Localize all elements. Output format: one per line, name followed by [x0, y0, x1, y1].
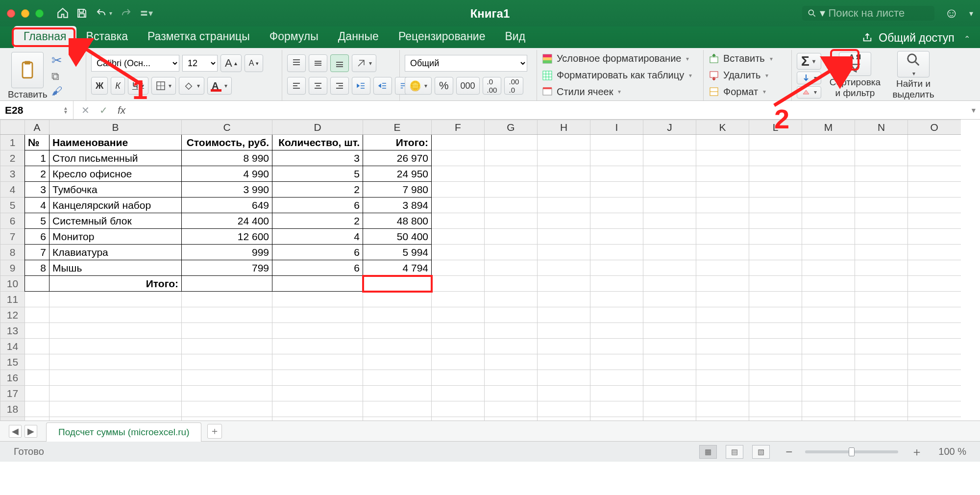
cell[interactable] [485, 229, 538, 245]
cell[interactable] [49, 307, 182, 323]
decrease-indent-button[interactable] [352, 77, 370, 95]
column-header[interactable]: L [749, 120, 802, 135]
row-header[interactable]: 12 [0, 307, 25, 323]
column-header[interactable]: O [908, 120, 961, 135]
cell[interactable] [363, 401, 432, 417]
select-all-corner[interactable] [0, 120, 25, 135]
cell[interactable] [643, 135, 696, 150]
cell[interactable] [363, 386, 432, 401]
cell[interactable] [485, 150, 538, 166]
cell[interactable] [908, 213, 961, 229]
cell[interactable] [432, 276, 485, 292]
cell[interactable] [432, 135, 485, 150]
cell[interactable] [590, 401, 643, 417]
cell[interactable] [749, 323, 802, 339]
cell[interactable] [182, 276, 272, 292]
tab-data[interactable]: Данные [328, 26, 389, 48]
cell[interactable] [25, 307, 49, 323]
cell[interactable]: Монитор [49, 229, 182, 245]
font-size-select[interactable]: 12 [182, 55, 218, 72]
minimize-window-button[interactable] [21, 9, 29, 18]
cell[interactable]: 4 990 [182, 166, 272, 182]
cell[interactable] [25, 276, 49, 292]
cell[interactable] [590, 417, 643, 421]
cell[interactable] [182, 401, 272, 417]
expand-formula-bar[interactable]: ▼ [967, 106, 980, 114]
currency-button[interactable]: 🪙▾ [405, 77, 432, 95]
orientation-button[interactable]: ▾ [352, 54, 376, 72]
cell[interactable] [432, 229, 485, 245]
cell[interactable] [49, 386, 182, 401]
cell[interactable]: 4 [272, 229, 363, 245]
cell[interactable] [696, 370, 749, 386]
cell[interactable] [485, 354, 538, 370]
cell[interactable]: Канцелярский набор [49, 198, 182, 213]
cell[interactable] [908, 229, 961, 245]
autosum-button[interactable]: Σ▾ [797, 53, 821, 70]
align-middle-button[interactable] [309, 54, 327, 72]
format-painter-icon[interactable]: 🖌 [51, 85, 62, 98]
cell[interactable] [908, 323, 961, 339]
cell[interactable] [802, 245, 855, 260]
cell[interactable] [363, 417, 432, 421]
cell[interactable] [696, 339, 749, 354]
add-sheet-button[interactable]: ＋ [207, 424, 222, 439]
undo-icon[interactable]: ▾ [95, 7, 112, 19]
column-header[interactable]: C [182, 120, 272, 135]
cell[interactable] [855, 260, 908, 276]
borders-button[interactable]: ▾ [151, 77, 176, 95]
cell[interactable] [25, 339, 49, 354]
cell[interactable] [643, 354, 696, 370]
cell[interactable]: Мышь [49, 260, 182, 276]
cell[interactable]: 649 [182, 198, 272, 213]
cell[interactable] [538, 260, 590, 276]
cell[interactable] [49, 417, 182, 421]
cell[interactable] [25, 323, 49, 339]
cell[interactable] [802, 276, 855, 292]
column-header[interactable]: M [802, 120, 855, 135]
zoom-out-button[interactable]: − [785, 445, 792, 459]
cell[interactable] [485, 182, 538, 198]
cell[interactable] [590, 198, 643, 213]
row-header[interactable]: 8 [0, 245, 25, 260]
cell[interactable] [908, 354, 961, 370]
cell[interactable] [749, 276, 802, 292]
cell[interactable] [802, 260, 855, 276]
cell[interactable] [696, 150, 749, 166]
cancel-formula-icon[interactable]: ✕ [81, 104, 90, 116]
cell[interactable] [272, 276, 363, 292]
bold-button[interactable]: Ж [91, 77, 108, 95]
cell[interactable] [855, 307, 908, 323]
fill-button[interactable]: ▾ [797, 72, 821, 84]
delete-cells-button[interactable]: Удалить▾ [709, 69, 786, 82]
cell[interactable] [855, 417, 908, 421]
cell[interactable] [590, 323, 643, 339]
row-header[interactable]: 9 [0, 260, 25, 276]
spreadsheet[interactable]: ABCDEFGHIJKLMNO1№НаименованиеСтоимость, … [0, 120, 980, 421]
tab-review[interactable]: Рецензирование [389, 26, 495, 48]
cell[interactable] [643, 307, 696, 323]
cell[interactable] [802, 166, 855, 182]
cell[interactable] [696, 198, 749, 213]
row-header[interactable]: 15 [0, 354, 25, 370]
cell[interactable] [696, 229, 749, 245]
cell[interactable] [538, 245, 590, 260]
cell[interactable] [182, 354, 272, 370]
cell[interactable] [749, 417, 802, 421]
cell[interactable] [696, 323, 749, 339]
cell[interactable] [908, 370, 961, 386]
cell[interactable] [432, 198, 485, 213]
cell[interactable] [363, 276, 432, 292]
cell[interactable] [749, 150, 802, 166]
cell[interactable] [749, 182, 802, 198]
cell[interactable] [855, 276, 908, 292]
cell[interactable] [590, 182, 643, 198]
cell[interactable] [432, 417, 485, 421]
cell[interactable] [432, 339, 485, 354]
cell[interactable] [802, 307, 855, 323]
cell[interactable]: 2 [272, 182, 363, 198]
cell[interactable] [749, 135, 802, 150]
cell[interactable] [696, 135, 749, 150]
cell[interactable]: 2 [272, 213, 363, 229]
underline-button[interactable]: Ч ▾ [128, 77, 148, 95]
